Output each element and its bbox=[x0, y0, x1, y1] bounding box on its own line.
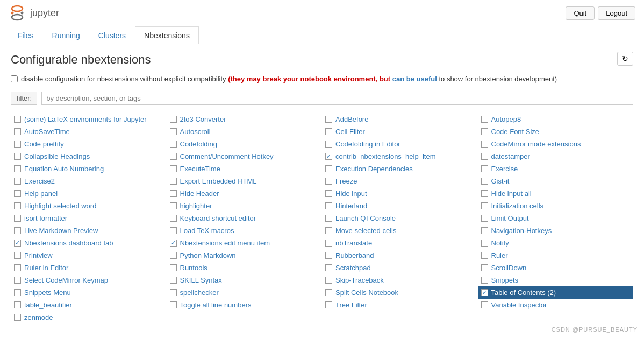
ext-checkbox[interactable] bbox=[325, 116, 332, 123]
ext-item[interactable]: Exercise bbox=[478, 163, 634, 175]
ext-item[interactable]: nbTranslate bbox=[322, 237, 478, 249]
ext-item[interactable]: spellchecker bbox=[167, 286, 323, 299]
ext-item[interactable]: Exercise2 bbox=[11, 175, 167, 187]
ext-checkbox[interactable] bbox=[170, 227, 177, 234]
ext-checkbox[interactable] bbox=[170, 116, 177, 123]
ext-item[interactable]: Skip-Traceback bbox=[322, 274, 478, 286]
ext-checkbox[interactable] bbox=[481, 141, 488, 148]
ext-link[interactable]: Table of Contents (2) bbox=[491, 289, 556, 297]
ext-checkbox[interactable] bbox=[325, 202, 332, 209]
ext-item[interactable]: Freeze bbox=[322, 175, 478, 187]
ext-item[interactable]: ✓contrib_nbextensions_help_item bbox=[322, 150, 478, 163]
tab-clusters[interactable]: Clusters bbox=[89, 26, 135, 44]
ext-link[interactable]: zenmode bbox=[24, 313, 53, 321]
ext-checkbox[interactable] bbox=[481, 116, 488, 123]
ext-link[interactable]: spellchecker bbox=[180, 289, 219, 297]
ext-checkbox[interactable] bbox=[14, 252, 21, 259]
ext-item[interactable]: Collapsible Headings bbox=[11, 150, 167, 163]
ext-link[interactable]: Limit Output bbox=[491, 214, 529, 222]
ext-link[interactable]: Codefolding bbox=[180, 140, 217, 148]
ext-item[interactable]: Python Markdown bbox=[167, 249, 323, 262]
ext-link[interactable]: Toggle all line numbers bbox=[180, 301, 252, 309]
ext-link[interactable]: Variable Inspector bbox=[491, 301, 547, 309]
ext-item[interactable]: Help panel bbox=[11, 187, 167, 200]
ext-checkbox[interactable] bbox=[481, 215, 488, 222]
ext-link[interactable]: Tree Filter bbox=[335, 301, 367, 309]
ext-checkbox[interactable] bbox=[325, 264, 332, 271]
ext-link[interactable]: Highlight selected word bbox=[24, 202, 96, 210]
ext-item[interactable]: Autopep8 bbox=[478, 113, 634, 125]
ext-link[interactable]: Load TeX macros bbox=[180, 227, 234, 235]
ext-item[interactable]: Execution Dependencies bbox=[322, 163, 478, 175]
ext-item[interactable]: Initialization cells bbox=[478, 200, 634, 212]
disable-config-checkbox[interactable] bbox=[11, 75, 18, 82]
ext-checkbox[interactable] bbox=[481, 178, 488, 185]
ext-item[interactable]: Split Cells Notebook bbox=[322, 286, 478, 299]
tab-running[interactable]: Running bbox=[43, 26, 89, 44]
ext-checkbox[interactable] bbox=[14, 215, 21, 222]
ext-link[interactable]: Select CodeMirror Keymap bbox=[24, 276, 108, 284]
ext-checkbox[interactable] bbox=[14, 116, 21, 123]
ext-link[interactable]: SKILL Syntax bbox=[180, 276, 222, 284]
ext-checkbox[interactable] bbox=[14, 165, 21, 172]
ext-item[interactable]: ✓Table of Contents (2) bbox=[478, 286, 634, 299]
ext-checkbox[interactable] bbox=[14, 128, 21, 135]
ext-link[interactable]: Collapsible Headings bbox=[24, 152, 90, 160]
ext-link[interactable]: Cell Filter bbox=[335, 128, 365, 136]
ext-link[interactable]: Equation Auto Numbering bbox=[24, 165, 104, 173]
ext-link[interactable]: Initialization cells bbox=[491, 202, 544, 210]
ext-item[interactable]: 2to3 Converter bbox=[167, 113, 323, 125]
ext-link[interactable]: Navigation-Hotkeys bbox=[491, 227, 552, 235]
ext-item[interactable]: Notify bbox=[478, 237, 634, 249]
ext-item[interactable]: Comment/Uncomment Hotkey bbox=[167, 150, 323, 163]
ext-link[interactable]: Hide Header bbox=[180, 189, 219, 198]
ext-checkbox[interactable] bbox=[325, 128, 332, 135]
ext-link[interactable]: Comment/Uncomment Hotkey bbox=[180, 152, 274, 160]
ext-checkbox[interactable] bbox=[481, 165, 488, 172]
ext-link[interactable]: Help panel bbox=[24, 189, 58, 198]
ext-checkbox[interactable] bbox=[481, 190, 488, 197]
ext-checkbox[interactable] bbox=[170, 215, 177, 222]
ext-checkbox[interactable] bbox=[325, 190, 332, 197]
ext-checkbox[interactable] bbox=[481, 301, 488, 308]
ext-item[interactable]: highlighter bbox=[167, 200, 323, 212]
ext-item[interactable]: ScrollDown bbox=[478, 262, 634, 274]
ext-link[interactable]: Hinterland bbox=[335, 202, 367, 210]
ext-checkbox[interactable]: ✓ bbox=[170, 240, 177, 247]
ext-link[interactable]: Printview bbox=[24, 251, 53, 259]
ext-item[interactable]: zenmode bbox=[11, 311, 167, 324]
ext-link[interactable]: Gist-it bbox=[491, 177, 510, 185]
ext-link[interactable]: Nbextensions dashboard tab bbox=[24, 239, 113, 247]
ext-checkbox[interactable] bbox=[325, 165, 332, 172]
ext-checkbox[interactable] bbox=[325, 227, 332, 234]
ext-checkbox[interactable] bbox=[481, 227, 488, 234]
ext-checkbox[interactable] bbox=[14, 190, 21, 197]
ext-item[interactable]: Limit Output bbox=[478, 212, 634, 224]
ext-checkbox[interactable] bbox=[481, 153, 488, 160]
ext-link[interactable]: isort formatter bbox=[24, 214, 67, 222]
ext-item[interactable]: Keyboard shortcut editor bbox=[167, 212, 323, 224]
ext-item[interactable]: Load TeX macros bbox=[167, 224, 323, 237]
ext-link[interactable]: Notify bbox=[491, 239, 509, 247]
ext-link[interactable]: Codefolding in Editor bbox=[335, 140, 400, 148]
ext-checkbox[interactable] bbox=[14, 141, 21, 148]
ext-checkbox[interactable] bbox=[481, 128, 488, 135]
ext-link[interactable]: Launch QTConsole bbox=[335, 214, 396, 222]
ext-item[interactable]: Scratchpad bbox=[322, 262, 478, 274]
ext-link[interactable]: nbTranslate bbox=[335, 239, 372, 247]
ext-checkbox[interactable] bbox=[481, 202, 488, 209]
ext-item[interactable]: SKILL Syntax bbox=[167, 274, 323, 286]
ext-link[interactable]: Exercise bbox=[491, 165, 518, 173]
ext-link[interactable]: contrib_nbextensions_help_item bbox=[335, 152, 435, 160]
ext-checkbox[interactable] bbox=[170, 165, 177, 172]
ext-item[interactable]: Toggle all line numbers bbox=[167, 299, 323, 311]
ext-checkbox[interactable] bbox=[170, 178, 177, 185]
ext-link[interactable]: Live Markdown Preview bbox=[24, 227, 98, 235]
ext-checkbox[interactable] bbox=[325, 289, 332, 296]
ext-checkbox[interactable] bbox=[14, 264, 21, 271]
ext-item[interactable]: Move selected cells bbox=[322, 224, 478, 237]
ext-link[interactable]: Nbextensions edit menu item bbox=[180, 239, 270, 247]
ext-link[interactable]: 2to3 Converter bbox=[180, 115, 226, 123]
ext-item[interactable]: Hide input all bbox=[478, 187, 634, 200]
ext-checkbox[interactable] bbox=[14, 227, 21, 234]
